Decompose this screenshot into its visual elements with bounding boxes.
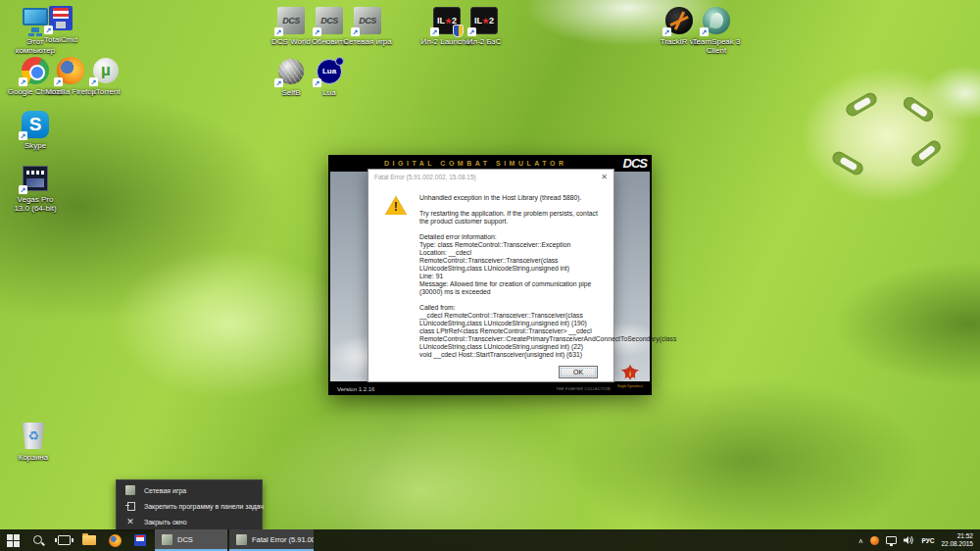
recycle-bin-icon: ♻ xyxy=(19,422,48,451)
desktop-icon-label: Корзина xyxy=(0,453,67,462)
called-from-line: void __cdecl Host::StartTransceiver(unsi… xyxy=(419,351,608,359)
detail-line: Location: __cdecl RemoteControl::Transce… xyxy=(419,249,608,273)
utorrent-icon: µ xyxy=(91,56,121,85)
eagle-dynamics-label: Eagle Dynamics xyxy=(615,384,645,388)
jumplist-item-pin[interactable]: Закрепить программу в панели задач xyxy=(117,498,262,514)
show-hidden-icons-chevron[interactable]: ∧ xyxy=(858,536,864,543)
taskbar-jump-list: Сетевая игра Закрепить программу в панел… xyxy=(116,479,263,531)
firefox-taskbar-button[interactable] xyxy=(102,529,127,551)
clock[interactable]: 21:52 22.08.2015 xyxy=(941,532,973,548)
network-icon[interactable] xyxy=(886,536,897,544)
desktop-icon-label: TeamSpeak 3 Client xyxy=(689,37,744,55)
taskbar-button-label: Fatal Error (5.91.002... xyxy=(252,535,314,544)
totalcmd-icon xyxy=(46,4,75,33)
dcs-multiplayer-icon: DCS xyxy=(353,6,382,35)
folder-icon xyxy=(82,535,96,545)
dcs-app-icon xyxy=(236,534,247,545)
start-button[interactable] xyxy=(0,529,25,551)
skype-icon: S xyxy=(21,110,50,139)
lua-icon: Lua xyxy=(315,57,344,86)
detail-heading: Detailed error information: xyxy=(419,233,608,241)
fighter-collection-label: THE FIGHTER COLLECTION xyxy=(557,387,611,391)
pin-icon xyxy=(125,501,135,511)
ok-button[interactable]: OK xyxy=(559,366,598,378)
eagle-dynamics-logo: Eagle Dynamics xyxy=(615,363,645,394)
jumplist-item-label: Закрыть окно xyxy=(144,519,187,526)
totalcmd-taskbar-button[interactable] xyxy=(127,529,153,551)
firefox-icon xyxy=(109,534,122,547)
eagle-icon xyxy=(619,363,641,384)
desktop-icon-label: Skype xyxy=(2,141,69,150)
called-from-line: __cdecl RemoteControl::Transceiver::Tran… xyxy=(419,312,608,327)
task-view-icon xyxy=(58,535,71,545)
jumplist-item-label: Закрепить программу в панели задач xyxy=(144,503,264,510)
taskbar-button-fatal-error[interactable]: Fatal Error (5.91.002... xyxy=(229,529,314,551)
detail-line: Message: Allowed time for creation of co… xyxy=(419,280,608,296)
vegas-icon xyxy=(21,164,50,193)
dialog-message: Unhandled exception in the Host Library … xyxy=(419,194,608,359)
language-indicator[interactable]: РУС xyxy=(921,537,934,544)
starfruit-pod xyxy=(909,138,944,169)
jumplist-item-label: Сетевая игра xyxy=(144,487,186,494)
task-view-button[interactable] xyxy=(51,529,76,551)
desktop-wallpaper: Этот компьютер TotalCmd Google Chrome Mo… xyxy=(0,0,980,551)
desktop-icon-recycle-bin[interactable]: ♻ Корзина xyxy=(0,422,67,462)
il2-bzs-icon: IL★2 xyxy=(469,6,499,35)
system-tray: ∧ РУС 21:52 22.08.2015 xyxy=(858,529,980,551)
dcs-version-label: Version 1.2.16 xyxy=(337,386,374,392)
detail-line: Type: class RemoteControl::Transceiver::… xyxy=(419,241,608,249)
desktop-icon-label: TotalCmd xyxy=(27,35,94,44)
desktop-icon-dcs-multiplayer[interactable]: DCS Сетевая игра xyxy=(334,6,401,46)
desktop-icon-label: Vegas Pro 13.0 (64-bit) xyxy=(10,195,61,213)
desktop-icon-vegas[interactable]: Vegas Pro 13.0 (64-bit) xyxy=(2,164,69,213)
desktop-icon-label: Ил-2 БзС xyxy=(451,37,517,46)
taskbar: DCS Fatal Error (5.91.002... ∧ РУС 21:52… xyxy=(0,529,980,551)
starfruit-pod xyxy=(830,149,865,176)
clock-time: 21:52 xyxy=(941,532,973,540)
dcs-window-footer: Version 1.2.16 THE FIGHTER COLLECTION xyxy=(328,381,652,395)
totalcmd-icon xyxy=(134,534,146,546)
desktop-icon-label: Lua xyxy=(296,88,363,97)
desktop-icon-lua[interactable]: Lua Lua xyxy=(296,57,363,97)
warning-icon xyxy=(385,196,407,215)
dialog-body: Unhandled exception in the Host Library … xyxy=(368,184,613,383)
desktop-icon-totalcmd[interactable]: TotalCmd xyxy=(27,4,94,44)
starfruit-pod xyxy=(844,90,879,118)
dcs-logo: DCS xyxy=(623,156,647,171)
desktop-icon-label: Сетевая игра xyxy=(334,37,401,46)
speaker-icon xyxy=(904,535,914,545)
jumplist-item-multiplayer[interactable]: Сетевая игра xyxy=(117,482,262,498)
desktop-icon-teamspeak[interactable]: TeamSpeak 3 Client xyxy=(683,6,750,55)
uac-shield-icon xyxy=(453,25,464,37)
desktop-icon-utorrent[interactable]: µ µTorrent xyxy=(73,56,139,96)
called-from-heading: Called from: xyxy=(419,304,608,312)
detail-line: Line: 91 xyxy=(419,273,608,280)
jumplist-item-close[interactable]: ✕ Закрыть окно xyxy=(117,514,262,529)
clock-date: 22.08.2015 xyxy=(941,540,973,548)
desktop-icon-label: µTorrent xyxy=(73,87,139,96)
error-message-line: Try restarting the application. If the p… xyxy=(419,210,608,225)
windows-logo-icon xyxy=(7,534,20,547)
error-message-line: Unhandled exception in the Host Library … xyxy=(419,194,608,202)
search-button[interactable] xyxy=(25,529,51,551)
search-icon xyxy=(32,534,44,546)
dialog-title: Fatal Error (5.91.002.002, 15.08.15) xyxy=(374,174,476,180)
dcs-header-title: DIGITAL COMBAT SIMULATOR xyxy=(328,160,623,167)
dialog-titlebar[interactable]: Fatal Error (5.91.002.002, 15.08.15) ✕ xyxy=(368,170,613,184)
fatal-error-dialog: Fatal Error (5.91.002.002, 15.08.15) ✕ U… xyxy=(368,169,614,382)
desktop-icon-skype[interactable]: S Skype xyxy=(2,110,69,150)
file-explorer-button[interactable] xyxy=(76,529,102,551)
tray-app-icon[interactable] xyxy=(870,536,879,545)
close-icon[interactable]: ✕ xyxy=(601,174,608,181)
close-icon: ✕ xyxy=(125,517,135,526)
volume-icon[interactable] xyxy=(904,535,914,545)
called-from-line: class LPtrRef<class RemoteControl::Trans… xyxy=(419,327,608,351)
taskbar-button-label: DCS xyxy=(177,535,193,544)
starfruit-pod xyxy=(901,94,935,124)
dcs-app-icon xyxy=(162,534,172,545)
taskbar-button-dcs[interactable]: DCS xyxy=(155,529,227,551)
dcs-thumbnail-icon xyxy=(125,485,135,495)
teamspeak-icon xyxy=(702,6,731,35)
dcs-application-window: DIGITAL COMBAT SIMULATOR DCS Version 1.2… xyxy=(328,155,652,395)
